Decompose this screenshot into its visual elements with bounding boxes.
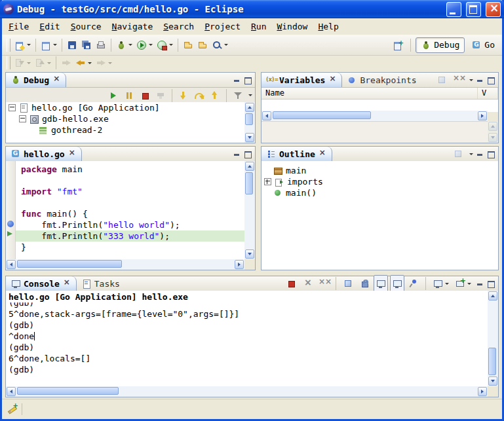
collapse-all-button[interactable] (451, 71, 465, 88)
suspend-button[interactable] (122, 87, 136, 104)
sort-button[interactable] (451, 145, 465, 162)
code-line[interactable] (16, 197, 244, 208)
scroll-down-button[interactable] (488, 376, 497, 386)
remove-all-launches-button[interactable] (317, 275, 331, 292)
scrollbar-thumb[interactable] (17, 387, 119, 395)
expand-expander-icon[interactable] (264, 178, 271, 185)
scroll-down-button[interactable] (245, 133, 254, 142)
save-all-button[interactable] (79, 37, 94, 54)
console-output[interactable]: (gdb) 5^done,stack-args=[frame={level="0… (6, 302, 488, 386)
scroll-left-button[interactable] (7, 387, 16, 396)
disconnect-button[interactable] (153, 87, 168, 104)
debug-tree[interactable]: hello.go [Go Application] gdb-hello.exe … (6, 102, 244, 143)
debug-vertical-scrollbar[interactable] (244, 102, 255, 143)
variables-detail-pane[interactable] (262, 121, 488, 143)
scroll-down-button[interactable] (245, 249, 254, 259)
back-button[interactable] (73, 54, 94, 71)
menu-source[interactable]: Source (66, 20, 107, 34)
menu-navigate[interactable]: Navigate (107, 20, 159, 34)
scroll-right-button[interactable] (235, 260, 244, 269)
open-console-button[interactable] (453, 275, 473, 292)
scroll-down-button[interactable] (488, 133, 497, 142)
code-line[interactable]: fmt.Println("hello world"); (16, 219, 244, 230)
show-on-stderr-button[interactable] (390, 275, 404, 292)
next-annotation-button[interactable] (12, 54, 33, 71)
scrollbar-thumb[interactable] (245, 113, 253, 125)
open-folder-button[interactable] (181, 37, 195, 54)
maximize-view-icon[interactable] (486, 279, 495, 288)
new-wizard-button[interactable] (12, 37, 33, 54)
menu-search[interactable]: Search (158, 20, 199, 34)
resume-button[interactable] (106, 87, 121, 104)
tab-outline[interactable]: Outline (262, 147, 332, 161)
menu-help[interactable]: Help (313, 20, 343, 34)
console-horizontal-scrollbar[interactable] (6, 386, 488, 397)
value-column-header[interactable]: V (478, 88, 498, 99)
scrollbar-thumb[interactable] (17, 260, 122, 268)
scroll-up-button[interactable] (488, 291, 497, 301)
maximize-view-icon[interactable] (486, 149, 495, 158)
scrollbar-thumb[interactable] (245, 172, 253, 194)
tab-tasks[interactable]: Tasks (77, 276, 125, 291)
detail-vertical-scrollbar[interactable] (488, 121, 498, 143)
tab-debug[interactable]: Debug (6, 73, 66, 87)
editor-horizontal-scrollbar[interactable] (6, 259, 244, 270)
code-line-current-debug[interactable]: fmt.Println("333 world"); (16, 230, 244, 242)
remove-launch-button[interactable] (300, 275, 315, 292)
menu-edit[interactable]: Edit (34, 20, 65, 34)
save-button[interactable] (65, 37, 79, 54)
code-line[interactable]: package main (16, 164, 244, 175)
console-vertical-scrollbar[interactable] (488, 291, 498, 386)
close-icon[interactable] (68, 149, 77, 158)
view-menu-chevron-icon[interactable] (248, 94, 252, 96)
toolbar-drag-handle[interactable] (7, 39, 10, 52)
fast-view-icon[interactable] (7, 404, 18, 414)
minimize-view-icon[interactable] (232, 149, 241, 158)
forward-button[interactable] (94, 54, 114, 71)
search-button[interactable] (210, 37, 230, 54)
editor-vertical-scrollbar[interactable] (244, 161, 255, 259)
code-line[interactable]: import "fmt" (16, 186, 244, 197)
maximize-view-icon[interactable] (486, 75, 495, 84)
scroll-lock-button[interactable] (357, 275, 372, 292)
tab-variables[interactable]: Variables (262, 73, 342, 87)
maximize-view-icon[interactable] (243, 75, 252, 84)
scroll-right-button[interactable] (478, 111, 487, 120)
breakpoint-marker-icon[interactable] (7, 221, 14, 227)
use-step-filters-button[interactable] (231, 87, 245, 104)
print-button[interactable] (94, 37, 108, 54)
new-menu-button[interactable] (39, 37, 59, 54)
annotation-ruler[interactable] (6, 161, 16, 259)
code-line[interactable] (16, 175, 244, 186)
maximize-view-icon[interactable] (243, 149, 252, 158)
outline-item[interactable]: main (262, 165, 498, 176)
open-perspective-button[interactable] (391, 37, 406, 54)
minimize-view-icon[interactable] (475, 75, 484, 84)
tab-console[interactable]: Console (6, 276, 77, 291)
external-tools-button[interactable] (155, 37, 175, 54)
step-return-button[interactable] (208, 87, 222, 104)
menu-file[interactable]: File (3, 20, 34, 34)
close-icon[interactable] (52, 75, 61, 84)
debug-launch-button[interactable] (114, 37, 134, 54)
scroll-left-button[interactable] (7, 260, 16, 269)
scrollbar-thumb[interactable] (273, 111, 371, 119)
pin-console-button[interactable] (406, 275, 421, 292)
titlebar[interactable]: Debug - testGo/src/cmd/hello.go - Eclips… (0, 0, 504, 18)
menu-run[interactable]: Run (246, 20, 271, 34)
show-on-stdout-button[interactable] (374, 275, 388, 292)
maximize-button[interactable] (466, 2, 481, 17)
scroll-up-button[interactable] (488, 122, 497, 131)
outline-item[interactable]: imports (262, 176, 498, 187)
scroll-up-button[interactable] (245, 162, 254, 171)
scroll-left-button[interactable] (262, 111, 271, 120)
debug-tree-item[interactable]: gdb-hello.exe (6, 113, 244, 124)
step-into-button[interactable] (176, 87, 191, 104)
minimize-button[interactable] (446, 2, 461, 17)
close-icon[interactable] (62, 279, 71, 288)
scrollbar-thumb[interactable] (488, 348, 496, 375)
perspective-go-button[interactable]: Go (467, 38, 499, 52)
tab-breakpoints[interactable]: Breakpoints (342, 73, 421, 87)
scroll-up-button[interactable] (245, 103, 254, 112)
debug-tree-item[interactable]: gothread-2 (6, 124, 244, 136)
